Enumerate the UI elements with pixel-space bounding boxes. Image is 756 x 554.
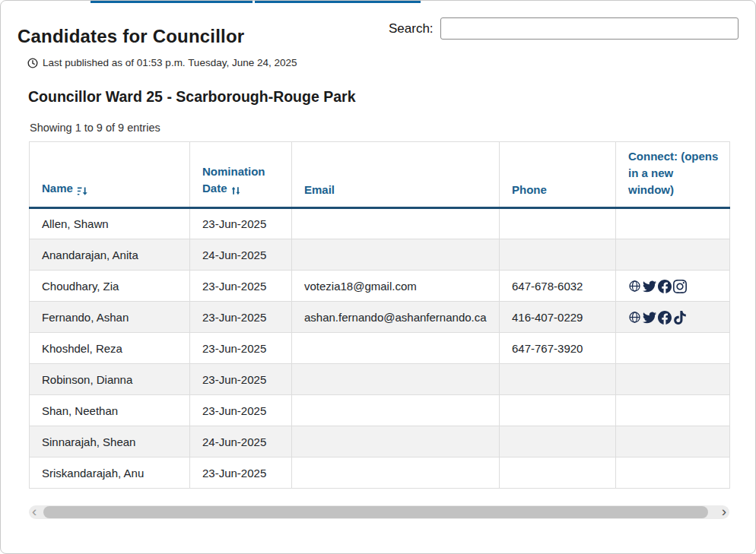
candidate-connect bbox=[616, 457, 730, 489]
clock-icon bbox=[27, 58, 38, 68]
candidate-email bbox=[292, 333, 500, 364]
candidate-connect bbox=[616, 239, 730, 271]
facebook-icon[interactable] bbox=[658, 278, 672, 293]
candidate-phone: 416-407-0229 bbox=[500, 302, 616, 333]
column-label-phone: Phone bbox=[512, 183, 547, 196]
table-row: Choudhary, Zia 23-Jun-2025 votezia18@gma… bbox=[30, 271, 730, 302]
tab-underline-2 bbox=[255, 1, 421, 3]
search-input[interactable] bbox=[440, 17, 739, 40]
candidate-connect bbox=[616, 395, 730, 426]
website-globe-icon[interactable] bbox=[628, 309, 641, 324]
table-body: Allen, Shawn 23-Jun-2025 Anandarajan, An… bbox=[30, 208, 730, 489]
instagram-icon[interactable] bbox=[673, 278, 687, 293]
search-label: Search: bbox=[389, 21, 434, 36]
nomination-date: 23-Jun-2025 bbox=[190, 271, 292, 302]
candidate-connect bbox=[616, 208, 730, 239]
candidate-connect bbox=[616, 426, 730, 457]
candidate-email: votezia18@gmail.com bbox=[292, 271, 500, 302]
nomination-date: 23-Jun-2025 bbox=[190, 457, 292, 489]
twitter-icon[interactable] bbox=[643, 309, 656, 324]
candidates-page: Candidates for Councillor Search: Last p… bbox=[0, 0, 756, 554]
column-label-email: Email bbox=[304, 183, 335, 196]
facebook-icon[interactable] bbox=[658, 309, 672, 324]
column-header-nomination-date[interactable]: Nomination Date bbox=[190, 142, 292, 208]
candidate-phone: 647-767-3920 bbox=[500, 333, 616, 364]
table-row: Allen, Shawn 23-Jun-2025 bbox=[30, 208, 730, 239]
nomination-date: 24-Jun-2025 bbox=[190, 239, 292, 271]
table-row: Shan, Neethan 23-Jun-2025 bbox=[30, 395, 730, 426]
scroll-right-icon[interactable]: › bbox=[722, 505, 726, 518]
candidate-email bbox=[292, 208, 500, 239]
table-row: Robinson, Dianna 23-Jun-2025 bbox=[30, 364, 730, 395]
nomination-date: 23-Jun-2025 bbox=[190, 208, 292, 239]
entries-info: Showing 1 to 9 of 9 entries bbox=[30, 122, 160, 134]
nomination-date: 23-Jun-2025 bbox=[190, 364, 292, 395]
column-header-name[interactable]: Name bbox=[30, 142, 190, 208]
candidate-phone bbox=[500, 395, 616, 426]
horizontal-scrollbar[interactable]: ‹ › bbox=[29, 505, 729, 519]
candidate-name: Choudhary, Zia bbox=[30, 271, 190, 302]
table-row: Sriskandarajah, Anu 23-Jun-2025 bbox=[30, 457, 730, 489]
ward-heading: Councillor Ward 25 - Scarborough-Rouge P… bbox=[28, 88, 356, 106]
candidate-connect bbox=[616, 302, 730, 333]
search-bar: Search: bbox=[389, 17, 739, 40]
candidate-email bbox=[292, 457, 500, 489]
candidate-connect bbox=[616, 364, 730, 395]
candidate-phone bbox=[500, 208, 616, 239]
tiktok-icon[interactable] bbox=[673, 309, 687, 324]
scroll-left-icon[interactable]: ‹ bbox=[32, 505, 37, 518]
candidate-connect bbox=[616, 333, 730, 364]
column-header-email[interactable]: Email bbox=[292, 142, 500, 208]
table-row: Fernando, Ashan 23-Jun-2025 ashan.fernan… bbox=[30, 302, 730, 333]
page-title: Candidates for Councillor bbox=[17, 26, 244, 47]
candidate-name: Anandarajan, Anita bbox=[30, 239, 190, 271]
last-published: Last published as of 01:53 p.m. Tuesday,… bbox=[27, 57, 297, 68]
candidate-phone bbox=[500, 364, 616, 395]
sort-desc-icon bbox=[76, 182, 87, 198]
table-header-row: Name Nomination Date Email Phone Connect… bbox=[30, 142, 730, 208]
nomination-date: 23-Jun-2025 bbox=[190, 395, 292, 426]
nomination-date: 24-Jun-2025 bbox=[190, 426, 292, 457]
website-globe-icon[interactable] bbox=[628, 278, 641, 293]
candidate-name: Sinnarajah, Shean bbox=[30, 426, 190, 457]
candidate-phone bbox=[500, 239, 616, 271]
candidate-phone bbox=[500, 426, 616, 457]
column-header-connect[interactable]: Connect: (opens in a new window) bbox=[616, 142, 730, 208]
candidates-table-wrap: Name Nomination Date Email Phone Connect… bbox=[29, 141, 730, 489]
sort-both-icon bbox=[230, 182, 241, 198]
column-label-connect: Connect: (opens in a new window) bbox=[628, 150, 718, 196]
column-header-phone[interactable]: Phone bbox=[500, 142, 616, 208]
last-published-text: Last published as of 01:53 p.m. Tuesday,… bbox=[43, 57, 297, 68]
candidate-email bbox=[292, 426, 500, 457]
candidate-email bbox=[292, 239, 500, 271]
scrollbar-thumb[interactable] bbox=[43, 506, 708, 518]
table-row: Sinnarajah, Shean 24-Jun-2025 bbox=[30, 426, 730, 457]
candidate-name: Sriskandarajah, Anu bbox=[30, 457, 190, 489]
table-row: Khoshdel, Reza 23-Jun-2025 647-767-3920 bbox=[30, 333, 730, 364]
nomination-date: 23-Jun-2025 bbox=[190, 333, 292, 364]
table-row: Anandarajan, Anita 24-Jun-2025 bbox=[30, 239, 730, 271]
candidate-phone bbox=[500, 457, 616, 489]
candidate-connect bbox=[616, 271, 730, 302]
twitter-icon[interactable] bbox=[643, 278, 656, 293]
candidate-email: ashan.fernando@ashanfernando.ca bbox=[292, 302, 500, 333]
candidates-table: Name Nomination Date Email Phone Connect… bbox=[29, 141, 730, 489]
candidate-name: Shan, Neethan bbox=[30, 395, 190, 426]
candidate-name: Allen, Shawn bbox=[30, 208, 190, 239]
candidate-email bbox=[292, 395, 500, 426]
tab-underline-1 bbox=[91, 1, 253, 3]
candidate-phone: 647-678-6032 bbox=[500, 271, 616, 302]
column-label-name: Name bbox=[42, 182, 73, 195]
candidate-name: Robinson, Dianna bbox=[30, 364, 190, 395]
candidate-name: Khoshdel, Reza bbox=[30, 333, 190, 364]
candidate-name: Fernando, Ashan bbox=[30, 302, 190, 333]
nomination-date: 23-Jun-2025 bbox=[190, 302, 292, 333]
candidate-email bbox=[292, 364, 500, 395]
